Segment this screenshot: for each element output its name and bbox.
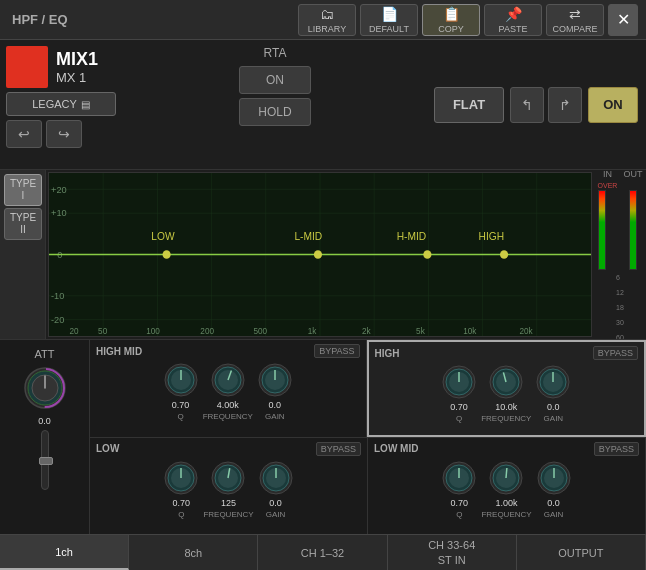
high-mid-gain-value: 0.0: [269, 400, 282, 410]
tab-ch1-32[interactable]: CH 1–32: [258, 535, 387, 570]
compare-button[interactable]: ⇄ COMPARE: [546, 4, 604, 36]
svg-text:L-MID: L-MID: [294, 230, 322, 242]
svg-text:1k: 1k: [308, 326, 317, 336]
on-button[interactable]: ON: [588, 87, 638, 123]
low-title: LOW: [96, 443, 119, 454]
low-gain-knob[interactable]: [258, 460, 294, 496]
type-buttons: TYPE I TYPE II: [0, 170, 46, 339]
svg-text:20k: 20k: [519, 326, 533, 336]
low-mid-bypass-button[interactable]: BYPASS: [594, 442, 639, 456]
paste-button[interactable]: 📌 PASTE: [484, 4, 542, 36]
low-mid-knobs: 0.70 Q 1.00k FREQUENCY: [374, 460, 639, 519]
legacy-button[interactable]: LEGACY ▤: [6, 92, 116, 116]
low-mid-title: LOW MID: [374, 443, 418, 454]
high-mid-freq-knob[interactable]: [210, 362, 246, 398]
rta-label: RTA: [264, 46, 287, 60]
att-knob-container: 0.0: [23, 366, 67, 426]
library-button[interactable]: 🗂 LIBRARY: [298, 4, 356, 36]
low-mid-q-value: 0.70: [451, 498, 469, 508]
att-section: ATT 0.0: [0, 340, 90, 534]
low-freq-knob-container: 125 FREQUENCY: [203, 460, 253, 519]
curve-btn-left[interactable]: ↰: [510, 87, 544, 123]
eq-bands-top: HIGH MID BYPASS: [90, 340, 646, 438]
eq-bands: HIGH MID BYPASS: [90, 340, 646, 534]
high-q-knob[interactable]: [441, 364, 477, 400]
legacy-icon: ▤: [81, 99, 90, 110]
tab-output[interactable]: OUTPUT: [517, 535, 646, 570]
high-mid-gain-label: GAIN: [265, 412, 285, 421]
channel-names: MIX1 MX 1: [56, 49, 98, 85]
svg-point-37: [500, 250, 508, 259]
page-title: HPF / EQ: [8, 12, 298, 27]
bottom-tab-bar: 1ch 8ch CH 1–32 CH 33-64 ST IN OUTPUT: [0, 534, 646, 570]
att-value: 0.0: [38, 416, 51, 426]
svg-text:+10: +10: [51, 207, 67, 218]
top-bar: HPF / EQ 🗂 LIBRARY 📄 DEFAULT 📋 COPY 📌 PA…: [0, 0, 646, 40]
channel-name-box: MIX1 MX 1: [6, 46, 214, 88]
arrow-buttons: ↩ ↪: [6, 120, 214, 148]
main-content: MIX1 MX 1 LEGACY ▤ ↩ ↪ RTA: [0, 40, 646, 534]
high-mid-gain-knob-container: 0.0 GAIN: [257, 362, 293, 421]
next-arrow-button[interactable]: ↪: [46, 120, 82, 148]
low-q-label: Q: [178, 510, 184, 519]
high-gain-knob[interactable]: [535, 364, 571, 400]
library-icon: 🗂: [320, 6, 334, 22]
svg-text:10k: 10k: [463, 326, 477, 336]
low-freq-value: 125: [221, 498, 236, 508]
high-bypass-button[interactable]: BYPASS: [593, 346, 638, 360]
rta-hold-button[interactable]: HOLD: [239, 98, 311, 126]
low-gain-value: 0.0: [269, 498, 282, 508]
high-freq-value: 10.0k: [495, 402, 517, 412]
low-header: LOW BYPASS: [96, 442, 361, 456]
svg-text:H-MID: H-MID: [397, 230, 427, 242]
flat-button[interactable]: FLAT: [434, 87, 504, 123]
high-mid-freq-label: FREQUENCY: [203, 412, 253, 421]
high-mid-title: HIGH MID: [96, 346, 142, 357]
type-1-button[interactable]: TYPE I: [4, 174, 42, 206]
low-band: LOW BYPASS 0.: [90, 438, 368, 535]
att-label: ATT: [35, 348, 55, 360]
curve-right-icon: ↱: [559, 97, 571, 113]
high-freq-knob-container: 10.0k FREQUENCY: [481, 364, 531, 423]
low-mid-freq-knob[interactable]: [488, 460, 524, 496]
low-q-knob[interactable]: [163, 460, 199, 496]
eq-graph: +20 +10 0 -10 -20 20 50 100 200 500 1k 2…: [49, 173, 591, 336]
default-button[interactable]: 📄 DEFAULT: [360, 4, 418, 36]
high-mid-q-knob[interactable]: [163, 362, 199, 398]
low-gain-knob-container: 0.0 GAIN: [258, 460, 294, 519]
high-mid-bypass-button[interactable]: BYPASS: [314, 344, 359, 358]
att-slider[interactable]: [41, 430, 49, 490]
low-mid-q-label: Q: [456, 510, 462, 519]
top-bar-buttons: 🗂 LIBRARY 📄 DEFAULT 📋 COPY 📌 PASTE ⇄ COM…: [298, 4, 638, 36]
low-mid-header: LOW MID BYPASS: [374, 442, 639, 456]
low-mid-freq-label: FREQUENCY: [481, 510, 531, 519]
eq-graph-container[interactable]: +20 +10 0 -10 -20 20 50 100 200 500 1k 2…: [48, 172, 592, 337]
low-freq-knob[interactable]: [210, 460, 246, 496]
copy-button[interactable]: 📋 COPY: [422, 4, 480, 36]
high-freq-knob[interactable]: [488, 364, 524, 400]
copy-icon: 📋: [443, 6, 460, 22]
high-mid-gain-knob[interactable]: [257, 362, 293, 398]
prev-arrow-icon: ↩: [18, 126, 30, 142]
low-mid-gain-knob[interactable]: [536, 460, 572, 496]
close-button[interactable]: ✕: [608, 4, 638, 36]
tab-8ch[interactable]: 8ch: [129, 535, 258, 570]
svg-point-31: [163, 250, 171, 259]
high-band: HIGH BYPASS 0: [367, 340, 647, 437]
att-knob[interactable]: [23, 366, 67, 410]
low-bypass-button[interactable]: BYPASS: [316, 442, 361, 456]
over-label: OVER: [598, 182, 618, 189]
tab-1ch[interactable]: 1ch: [0, 535, 129, 570]
default-icon: 📄: [381, 6, 398, 22]
curve-btn-right[interactable]: ↱: [548, 87, 582, 123]
type-2-button[interactable]: TYPE II: [4, 208, 42, 240]
low-mid-q-knob[interactable]: [441, 460, 477, 496]
low-gain-label: GAIN: [266, 510, 286, 519]
tab-ch33-64[interactable]: CH 33-64 ST IN: [388, 535, 517, 570]
paste-icon: 📌: [505, 6, 522, 22]
svg-text:HIGH: HIGH: [479, 230, 505, 242]
prev-arrow-button[interactable]: ↩: [6, 120, 42, 148]
high-gain-value: 0.0: [547, 402, 560, 412]
rta-on-button[interactable]: ON: [239, 66, 311, 94]
out-label: OUT: [623, 169, 642, 179]
